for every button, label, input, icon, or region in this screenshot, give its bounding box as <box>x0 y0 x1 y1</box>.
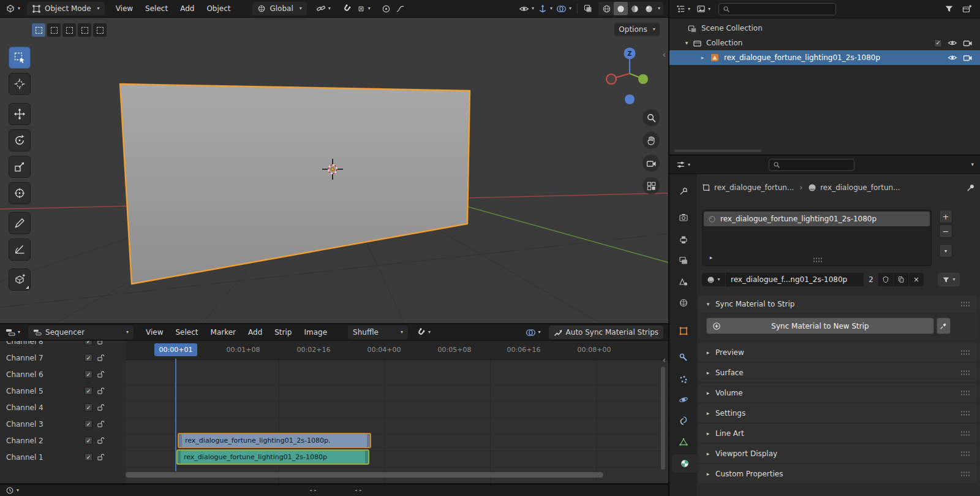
breadcrumb-object-label[interactable]: rex_dialogue_fortun... <box>714 183 794 192</box>
material-name-field[interactable]: rex_dialogue_f...ng01_2s-1080p <box>726 273 864 286</box>
channel-lock-icon[interactable] <box>97 354 105 362</box>
shading-solid-button[interactable] <box>614 2 628 15</box>
browse-material-dropdown[interactable]: ▾ <box>702 273 725 286</box>
list-expand-icon[interactable]: ▸ <box>707 254 715 261</box>
panel-drag-grip[interactable] <box>960 451 971 457</box>
mode-dropdown[interactable]: Object Mode ▾ <box>27 2 105 15</box>
tool-add-cube[interactable] <box>9 269 31 291</box>
tab-world[interactable] <box>674 294 693 312</box>
material-filter-dropdown[interactable]: ▾ <box>938 273 960 286</box>
channel-visibility-checkbox[interactable]: ✓ <box>85 420 92 428</box>
sidebar-collapse-arrow[interactable]: ‹ <box>662 50 666 59</box>
display-mode-dropdown[interactable]: ▾ <box>695 2 712 16</box>
channel-visibility-checkbox[interactable]: ✓ <box>85 370 92 378</box>
panel-drag-grip[interactable] <box>960 390 971 396</box>
channel-visibility-checkbox[interactable]: ✓ <box>85 453 92 461</box>
strip-channel-2[interactable]: rex_dialogue_fortune_lighting01_2s-1080p… <box>178 433 371 448</box>
panel-drag-grip[interactable] <box>960 301 971 307</box>
channel-row[interactable]: Channel 4✓ <box>0 399 126 416</box>
material-slot-list[interactable]: rex_dialogue_fortune_lighting01_2s-1080p… <box>702 210 932 266</box>
overlap-mode-dropdown[interactable]: Shuffle ▾ <box>348 326 408 339</box>
sync-material-to-new-strip-button[interactable]: Sync Material to New Strip <box>706 318 934 334</box>
xray-toggle[interactable] <box>581 2 595 15</box>
shading-rendered-button[interactable] <box>642 2 656 15</box>
snap-settings-dropdown[interactable]: ▾ <box>355 2 372 15</box>
transform-orientation-dropdown[interactable]: Global ▾ <box>252 2 306 15</box>
disclosure-open-icon[interactable]: ▾ <box>683 40 690 46</box>
channel-visibility-checkbox[interactable]: ✓ <box>85 437 92 444</box>
strip-channel-1[interactable]: rex_dialogue_fortune_lighting01_2s-1080p <box>176 449 369 465</box>
panel-preview[interactable]: ▸Preview <box>698 343 977 362</box>
panel-sync-material[interactable]: ▾ Sync Material to Strip <box>698 296 977 313</box>
caret-down-icon[interactable]: ▾ <box>971 162 974 167</box>
disable-render-camera-icon[interactable] <box>963 38 973 48</box>
menu-object[interactable]: Object <box>200 2 236 15</box>
editor-type-button[interactable]: ▾ <box>4 326 22 339</box>
menu-add[interactable]: Add <box>242 326 268 338</box>
tab-modifiers[interactable] <box>674 348 693 367</box>
show-gizmo-dropdown[interactable]: ▾ <box>536 2 554 15</box>
channel-lock-icon[interactable] <box>97 370 105 378</box>
shading-wireframe-button[interactable] <box>600 2 614 15</box>
outliner-search-input[interactable] <box>733 5 832 13</box>
menu-marker[interactable]: Marker <box>205 326 242 338</box>
channel-row[interactable]: Channel 3✓ <box>0 416 126 432</box>
strip-right-handle[interactable] <box>367 434 370 447</box>
tab-render[interactable] <box>674 208 693 227</box>
show-object-types-dropdown[interactable]: ▾ <box>517 2 536 15</box>
breadcrumb-material-label[interactable]: rex_dialogue_fortun... <box>820 183 900 192</box>
tab-output[interactable] <box>674 231 693 249</box>
unlink-button[interactable]: × <box>909 273 924 286</box>
proportional-falloff-dropdown[interactable] <box>394 2 407 15</box>
vertical-scrollbar[interactable] <box>661 367 665 470</box>
menu-strip[interactable]: Strip <box>268 326 298 338</box>
tool-cursor[interactable] <box>9 73 31 95</box>
duplicate-button[interactable] <box>894 273 908 286</box>
panel-viewport-display[interactable]: ▸Viewport Display <box>698 444 977 463</box>
overlays-dropdown[interactable]: ▾ <box>554 2 573 15</box>
camera-view-button[interactable] <box>643 155 660 172</box>
tab-particles[interactable] <box>674 370 693 389</box>
panel-volume[interactable]: ▸Volume <box>698 383 977 402</box>
channel-row[interactable]: Channel 5✓ <box>0 383 126 399</box>
outliner-scrollbar[interactable] <box>674 150 761 152</box>
orthographic-toggle-button[interactable] <box>643 177 660 194</box>
menu-select[interactable]: Select <box>170 326 205 338</box>
fake-user-button[interactable] <box>878 273 893 286</box>
editor-type-button[interactable]: ▾ <box>674 158 692 172</box>
tool-measure[interactable] <box>9 238 31 261</box>
channel-row[interactable]: Channel 6✓ <box>0 366 126 383</box>
channel-visibility-checkbox[interactable]: ✓ <box>85 341 92 345</box>
select-mode-invert-button[interactable] <box>78 23 91 37</box>
channel-row[interactable]: Channel 7✓ <box>0 349 126 366</box>
options-dropdown[interactable]: Options ▾ <box>614 23 660 36</box>
properties-search-input[interactable] <box>783 161 850 169</box>
editor-type-button[interactable]: ▾ <box>4 2 22 15</box>
tool-annotate[interactable] <box>9 212 31 234</box>
current-frame-badge[interactable]: 00:00+01 <box>154 343 197 356</box>
panel-custom-properties[interactable]: ▸Custom Properties <box>698 464 977 483</box>
strip-right-handle[interactable] <box>365 451 368 464</box>
overlays-dropdown[interactable]: ▾ <box>524 326 543 339</box>
menu-add[interactable]: Add <box>174 2 200 15</box>
strip-left-handle[interactable] <box>178 451 181 464</box>
pivot-point-dropdown[interactable]: ▾ <box>314 2 333 15</box>
proportional-editing-toggle[interactable] <box>380 2 393 15</box>
menu-view[interactable]: View <box>140 326 169 338</box>
panel-line-art[interactable]: ▸Line Art <box>698 424 977 443</box>
menu-view[interactable]: View <box>110 2 139 15</box>
eyedropper-button[interactable] <box>937 318 951 334</box>
channel-lock-icon[interactable] <box>97 420 105 428</box>
viewport-canvas[interactable] <box>0 18 668 323</box>
timeline-ruler[interactable]: 00:00+01 00:01+08 00:02+16 00:04+00 00:0… <box>126 341 668 360</box>
pan-hand-button[interactable] <box>643 132 660 149</box>
zoom-button[interactable] <box>643 109 660 126</box>
select-mode-extend-button[interactable] <box>47 23 61 37</box>
selectable-checkbox[interactable]: ✓ <box>934 39 942 47</box>
outliner-search[interactable] <box>718 3 836 15</box>
editor-type-button[interactable]: ▾ <box>4 484 21 496</box>
tab-physics[interactable] <box>674 391 693 409</box>
menu-image[interactable]: Image <box>298 326 333 338</box>
panel-drag-grip[interactable] <box>960 430 971 437</box>
shading-material-button[interactable] <box>628 2 642 15</box>
